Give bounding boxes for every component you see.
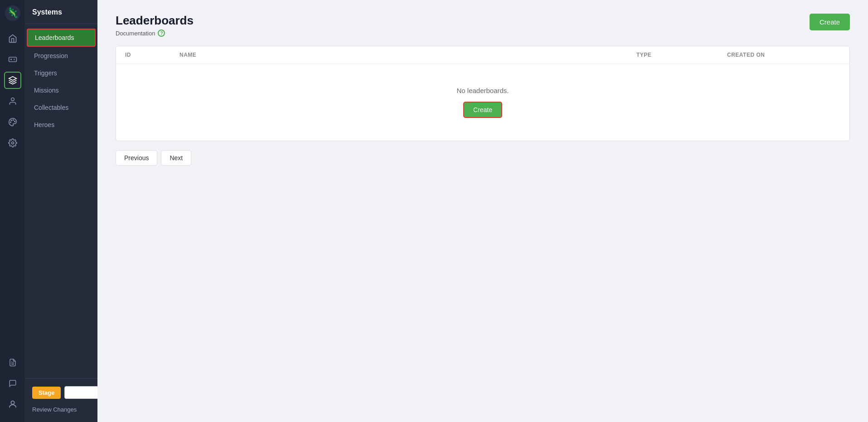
layers-nav-icon[interactable] [4, 72, 21, 89]
empty-message: No leaderboards. [456, 87, 509, 94]
sidebar-item-progression[interactable]: Progression [27, 48, 96, 64]
table-header: ID NAME TYPE CREATED ON [116, 46, 849, 64]
svg-rect-2 [9, 57, 16, 62]
svg-point-9 [11, 142, 14, 144]
palette-nav-icon[interactable] [4, 113, 21, 131]
pagination: Previous Next [116, 150, 850, 166]
next-button[interactable]: Next [161, 150, 191, 166]
svg-marker-3 [9, 77, 16, 80]
create-header-button[interactable]: Create [810, 14, 850, 30]
documentation-label: Documentation [116, 30, 155, 37]
sidebar-item-heroes[interactable]: Heroes [27, 117, 96, 133]
sidebar-item-collectables[interactable]: Collectables [27, 99, 96, 116]
users-nav-icon[interactable] [4, 93, 21, 110]
col-type: TYPE [636, 52, 727, 58]
page-title: Leaderboards [116, 14, 194, 28]
sidebar-item-leaderboards[interactable]: Leaderboards [27, 29, 96, 47]
stage-button[interactable]: Stage [32, 387, 61, 399]
col-name: NAME [179, 52, 636, 58]
col-id: ID [125, 52, 179, 58]
svg-point-12 [11, 401, 14, 404]
app-logo[interactable]: 🦎 [4, 5, 21, 22]
svg-point-5 [13, 120, 14, 121]
leaderboards-table: ID NAME TYPE CREATED ON No leaderboards.… [116, 46, 850, 141]
table-empty-state: No leaderboards. Create [116, 64, 849, 141]
svg-point-4 [11, 98, 14, 101]
settings-nav-icon[interactable] [4, 134, 21, 152]
document-nav-icon[interactable] [4, 354, 21, 371]
svg-point-8 [10, 122, 11, 123]
page-header: Leaderboards Documentation ? Create [116, 14, 850, 37]
nav-sidebar-items: Leaderboards Progression Triggers Missio… [25, 24, 97, 378]
sidebar-item-triggers[interactable]: Triggers [27, 65, 96, 81]
main-content: Leaderboards Documentation ? Create ID N… [97, 0, 868, 422]
documentation-icon: ? [158, 29, 165, 37]
home-nav-icon[interactable] [4, 30, 21, 47]
icon-sidebar: 🦎 [0, 0, 25, 422]
review-changes-button[interactable]: Review Changes [32, 404, 77, 415]
gamepad-nav-icon[interactable] [4, 51, 21, 68]
stage-row: Stage [32, 386, 90, 399]
nav-sidebar: Systems Leaderboards Progression Trigger… [25, 0, 97, 422]
icon-sidebar-bottom [4, 354, 21, 422]
nav-sidebar-bottom: Stage Review Changes [25, 378, 97, 422]
svg-point-7 [11, 120, 12, 121]
svg-text:🦎: 🦎 [7, 7, 19, 19]
sidebar-item-missions[interactable]: Missions [27, 82, 96, 98]
page-title-area: Leaderboards Documentation ? [116, 14, 194, 37]
create-empty-button[interactable]: Create [463, 102, 502, 118]
col-created-on: CREATED ON [727, 52, 840, 58]
chat-nav-icon[interactable] [4, 375, 21, 392]
documentation-link[interactable]: Documentation ? [116, 29, 194, 37]
profile-nav-icon[interactable] [4, 396, 21, 413]
nav-sidebar-title: Systems [25, 0, 97, 24]
svg-point-6 [14, 121, 15, 122]
previous-button[interactable]: Previous [116, 150, 157, 166]
